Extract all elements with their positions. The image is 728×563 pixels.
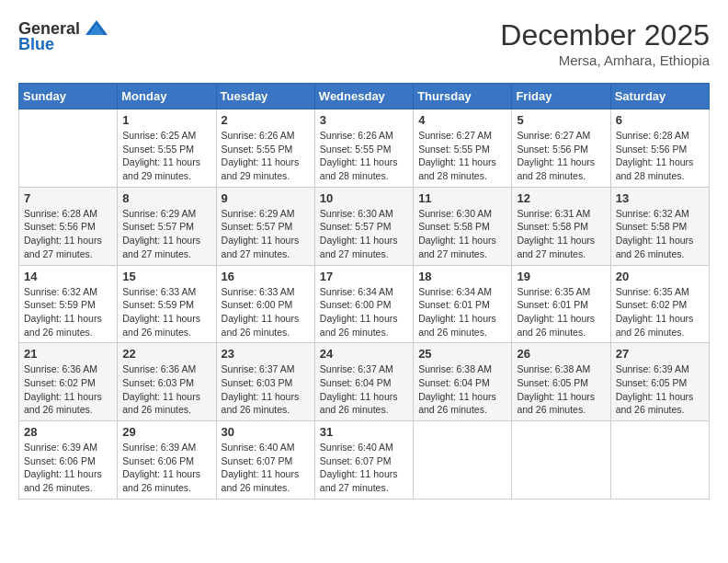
day-number: 15 (122, 270, 210, 283)
weekday-header-wednesday: Wednesday (314, 84, 413, 109)
calendar-cell: 20Sunrise: 6:35 AMSunset: 6:02 PMDayligh… (610, 265, 709, 343)
day-info: Sunrise: 6:36 AMSunset: 6:03 PMDaylight:… (122, 362, 210, 417)
day-info: Sunrise: 6:39 AMSunset: 6:06 PMDaylight:… (122, 441, 210, 495)
day-info: Sunrise: 6:40 AMSunset: 6:07 PMDaylight:… (222, 441, 310, 495)
calendar-cell: 12Sunrise: 6:31 AMSunset: 5:58 PMDayligh… (512, 187, 610, 265)
calendar-cell: 29Sunrise: 6:39 AMSunset: 6:06 PMDayligh… (118, 421, 216, 500)
calendar-cell: 15Sunrise: 6:33 AMSunset: 5:59 PMDayligh… (118, 265, 216, 343)
calendar-cell (414, 421, 512, 500)
day-info: Sunrise: 6:40 AMSunset: 6:07 PMDaylight:… (320, 441, 408, 495)
calendar-cell: 19Sunrise: 6:35 AMSunset: 6:01 PMDayligh… (512, 265, 610, 343)
day-number: 1 (122, 113, 210, 127)
calendar-cell: 26Sunrise: 6:38 AMSunset: 6:05 PMDayligh… (512, 343, 610, 421)
month-year: December 2025 (500, 18, 710, 52)
day-number: 23 (222, 347, 310, 361)
day-info: Sunrise: 6:28 AMSunset: 5:56 PMDaylight:… (616, 129, 704, 183)
day-number: 21 (24, 347, 112, 361)
day-info: Sunrise: 6:29 AMSunset: 5:57 PMDaylight:… (222, 207, 310, 261)
calendar-cell: 21Sunrise: 6:36 AMSunset: 6:02 PMDayligh… (19, 343, 118, 421)
day-info: Sunrise: 6:35 AMSunset: 6:01 PMDaylight:… (517, 285, 605, 339)
calendar-cell (19, 109, 118, 188)
calendar-cell: 27Sunrise: 6:39 AMSunset: 6:05 PMDayligh… (610, 343, 709, 421)
day-number: 3 (320, 113, 408, 127)
day-number: 8 (122, 191, 210, 205)
logo-blue-text: Blue (18, 35, 54, 54)
day-info: Sunrise: 6:38 AMSunset: 6:04 PMDaylight:… (418, 362, 506, 417)
calendar-cell: 2Sunrise: 6:26 AMSunset: 5:55 PMDaylight… (216, 109, 314, 188)
calendar-cell: 11Sunrise: 6:30 AMSunset: 5:58 PMDayligh… (414, 187, 512, 265)
day-info: Sunrise: 6:37 AMSunset: 6:03 PMDaylight:… (222, 362, 310, 417)
day-number: 11 (418, 191, 506, 205)
calendar-cell: 30Sunrise: 6:40 AMSunset: 6:07 PMDayligh… (216, 421, 314, 500)
weekday-header-tuesday: Tuesday (216, 84, 314, 109)
weekday-header-friday: Friday (512, 84, 610, 109)
day-number: 7 (24, 191, 112, 205)
day-info: Sunrise: 6:37 AMSunset: 6:04 PMDaylight:… (320, 362, 408, 417)
day-number: 16 (222, 270, 310, 283)
day-number: 14 (24, 270, 112, 283)
day-info: Sunrise: 6:30 AMSunset: 5:57 PMDaylight:… (320, 207, 408, 261)
calendar-cell: 25Sunrise: 6:38 AMSunset: 6:04 PMDayligh… (414, 343, 512, 421)
calendar-cell: 22Sunrise: 6:36 AMSunset: 6:03 PMDayligh… (118, 343, 216, 421)
day-info: Sunrise: 6:26 AMSunset: 5:55 PMDaylight:… (320, 129, 408, 183)
calendar-cell: 18Sunrise: 6:34 AMSunset: 6:01 PMDayligh… (414, 265, 512, 343)
day-number: 17 (320, 270, 408, 283)
day-number: 6 (616, 113, 704, 127)
calendar-cell: 28Sunrise: 6:39 AMSunset: 6:06 PMDayligh… (19, 421, 118, 500)
day-info: Sunrise: 6:29 AMSunset: 5:57 PMDaylight:… (122, 207, 210, 261)
day-number: 12 (517, 191, 605, 205)
calendar-cell: 16Sunrise: 6:33 AMSunset: 6:00 PMDayligh… (216, 265, 314, 343)
day-number: 2 (222, 113, 310, 127)
calendar-cell: 17Sunrise: 6:34 AMSunset: 6:00 PMDayligh… (314, 265, 413, 343)
day-info: Sunrise: 6:27 AMSunset: 5:56 PMDaylight:… (517, 129, 605, 183)
calendar-cell (512, 421, 610, 500)
day-number: 31 (320, 425, 408, 439)
logo: General Blue (18, 18, 109, 54)
calendar-cell: 31Sunrise: 6:40 AMSunset: 6:07 PMDayligh… (314, 421, 413, 500)
calendar-table: SundayMondayTuesdayWednesdayThursdayFrid… (18, 83, 710, 500)
day-info: Sunrise: 6:26 AMSunset: 5:55 PMDaylight:… (222, 129, 310, 183)
day-number: 24 (320, 347, 408, 361)
day-info: Sunrise: 6:32 AMSunset: 5:59 PMDaylight:… (24, 285, 112, 339)
calendar-cell: 8Sunrise: 6:29 AMSunset: 5:57 PMDaylight… (118, 187, 216, 265)
weekday-header-saturday: Saturday (610, 84, 709, 109)
day-info: Sunrise: 6:25 AMSunset: 5:55 PMDaylight:… (122, 129, 210, 183)
day-number: 20 (616, 270, 704, 283)
day-info: Sunrise: 6:39 AMSunset: 6:05 PMDaylight:… (616, 362, 704, 417)
day-number: 13 (616, 191, 704, 205)
day-number: 4 (418, 113, 506, 127)
day-number: 29 (122, 425, 210, 439)
day-number: 18 (418, 270, 506, 283)
day-number: 9 (222, 191, 310, 205)
calendar-cell: 5Sunrise: 6:27 AMSunset: 5:56 PMDaylight… (512, 109, 610, 188)
calendar-cell: 9Sunrise: 6:29 AMSunset: 5:57 PMDaylight… (216, 187, 314, 265)
day-number: 10 (320, 191, 408, 205)
day-number: 25 (418, 347, 506, 361)
day-info: Sunrise: 6:33 AMSunset: 5:59 PMDaylight:… (122, 285, 210, 339)
calendar-week-row: 14Sunrise: 6:32 AMSunset: 5:59 PMDayligh… (19, 265, 710, 343)
calendar-cell: 13Sunrise: 6:32 AMSunset: 5:58 PMDayligh… (610, 187, 709, 265)
day-number: 30 (222, 425, 310, 439)
location: Mersa, Amhara, Ethiopia (500, 52, 710, 68)
day-info: Sunrise: 6:35 AMSunset: 6:02 PMDaylight:… (616, 285, 704, 339)
calendar-cell: 24Sunrise: 6:37 AMSunset: 6:04 PMDayligh… (314, 343, 413, 421)
calendar-cell (610, 421, 709, 500)
calendar-cell: 6Sunrise: 6:28 AMSunset: 5:56 PMDaylight… (610, 109, 709, 188)
day-number: 28 (24, 425, 112, 439)
day-info: Sunrise: 6:31 AMSunset: 5:58 PMDaylight:… (517, 207, 605, 261)
title-block: December 2025 Mersa, Amhara, Ethiopia (500, 18, 710, 68)
day-info: Sunrise: 6:38 AMSunset: 6:05 PMDaylight:… (517, 362, 605, 417)
calendar-cell: 7Sunrise: 6:28 AMSunset: 5:56 PMDaylight… (19, 187, 118, 265)
day-info: Sunrise: 6:34 AMSunset: 6:00 PMDaylight:… (320, 285, 408, 339)
day-info: Sunrise: 6:33 AMSunset: 6:00 PMDaylight:… (222, 285, 310, 339)
weekday-header-row: SundayMondayTuesdayWednesdayThursdayFrid… (19, 84, 710, 109)
weekday-header-monday: Monday (118, 84, 216, 109)
weekday-header-thursday: Thursday (414, 84, 512, 109)
day-number: 19 (517, 270, 605, 283)
day-info: Sunrise: 6:28 AMSunset: 5:56 PMDaylight:… (24, 207, 112, 261)
calendar-cell: 1Sunrise: 6:25 AMSunset: 5:55 PMDaylight… (118, 109, 216, 188)
calendar-week-row: 1Sunrise: 6:25 AMSunset: 5:55 PMDaylight… (19, 109, 710, 188)
day-info: Sunrise: 6:27 AMSunset: 5:55 PMDaylight:… (418, 129, 506, 183)
day-number: 27 (616, 347, 704, 361)
day-info: Sunrise: 6:36 AMSunset: 6:02 PMDaylight:… (24, 362, 112, 417)
